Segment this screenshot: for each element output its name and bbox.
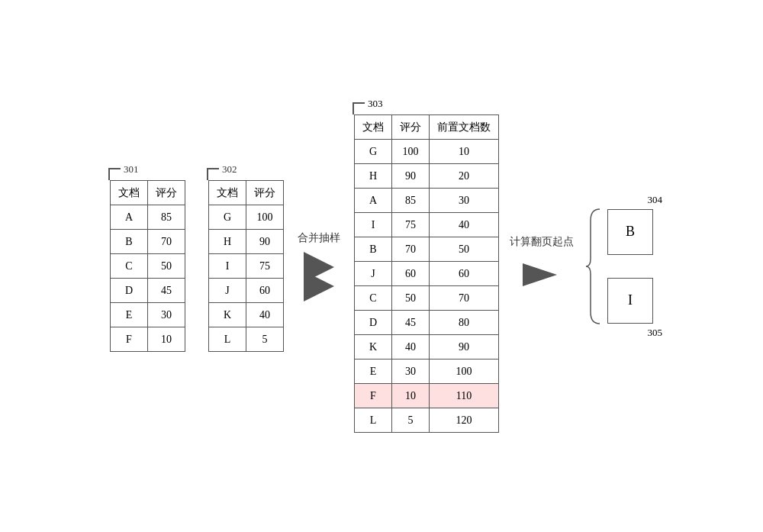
- table-row: A: [111, 205, 148, 230]
- merge-arrow-container: 合并抽样: [296, 231, 342, 301]
- table-row: D: [355, 311, 392, 335]
- table-row: 75: [246, 254, 284, 279]
- table-row: J: [209, 279, 246, 303]
- table-row: 30: [392, 360, 430, 384]
- bracket-303: [353, 102, 365, 114]
- table-row: 85: [148, 205, 185, 230]
- table-row: 60: [392, 262, 430, 286]
- table-row: L: [355, 408, 392, 433]
- tbody-302: G100H90I75J60K40L5: [209, 205, 284, 352]
- table-row: E: [355, 360, 392, 384]
- table-row: 20: [430, 164, 499, 189]
- table-row: 5: [392, 408, 430, 433]
- tbody-301: A85B70C50D45E30F10: [111, 205, 185, 352]
- table-row: D: [111, 279, 148, 303]
- table-row: 90: [392, 164, 430, 189]
- th-303-score: 评分: [392, 115, 430, 140]
- table-row: 60: [430, 262, 499, 286]
- table-row: F: [355, 384, 392, 408]
- label-305: 305: [648, 327, 663, 339]
- table-row: H: [355, 164, 392, 189]
- table-302-wrapper: 302 文档 评分 G100H90I75J60K40L5: [208, 180, 284, 352]
- table-row: L: [209, 327, 246, 352]
- table-row: 70: [148, 230, 185, 254]
- table-row: B: [355, 237, 392, 262]
- table-row: 30: [148, 303, 185, 327]
- table-row: 45: [148, 279, 185, 303]
- table-row: 80: [430, 311, 499, 335]
- table-row: C: [111, 254, 148, 279]
- table-row: 90: [430, 335, 499, 360]
- table-row: 50: [148, 254, 185, 279]
- table-row: 10: [392, 384, 430, 408]
- table-row: 70: [392, 237, 430, 262]
- table-301-wrapper: 301 文档 评分 A85B70C50D45E30F10: [110, 180, 185, 352]
- result-i-text: I: [628, 292, 633, 308]
- table-row: 40: [430, 213, 499, 237]
- table-row: 60: [246, 279, 284, 303]
- th-302-score: 评分: [246, 181, 284, 205]
- table-row: H: [209, 230, 246, 254]
- table-303: 文档 评分 前置文档数 G10010H9020A8530I7540B7050J6…: [354, 114, 499, 433]
- table-row: K: [209, 303, 246, 327]
- result-b-container: 304 B: [607, 209, 653, 255]
- table-row: 100: [246, 205, 284, 230]
- bracket-301: [108, 168, 121, 180]
- calc-arrow-container: 计算翻页起点: [510, 235, 574, 298]
- table-row: 40: [246, 303, 284, 327]
- table-row: E: [111, 303, 148, 327]
- calc-label: 计算翻页起点: [510, 235, 574, 249]
- calc-arrow-svg: [519, 252, 565, 298]
- bracket-302: [207, 168, 219, 180]
- table-row: 90: [246, 230, 284, 254]
- result-box-i: I: [607, 278, 653, 324]
- table-row: A: [355, 189, 392, 213]
- tables-section: 301 文档 评分 A85B70C50D45E30F10 302 文档: [110, 180, 284, 352]
- svg-marker-1: [304, 271, 334, 301]
- th-302-doc: 文档: [209, 181, 246, 205]
- table-row: F: [111, 327, 148, 352]
- table-row: B: [111, 230, 148, 254]
- table-row: 100: [392, 140, 430, 164]
- table-row: K: [355, 335, 392, 360]
- table-row: 85: [392, 189, 430, 213]
- table-row: 70: [430, 286, 499, 311]
- results-stack: 304 B I 305: [607, 209, 653, 324]
- table-row: 10: [148, 327, 185, 352]
- table-row: I: [355, 213, 392, 237]
- label-304: 304: [648, 194, 663, 206]
- table-row: G: [209, 205, 246, 230]
- table-row: J: [355, 262, 392, 286]
- result-box-b: B: [607, 209, 653, 255]
- th-301-doc: 文档: [111, 181, 148, 205]
- table-row: 50: [392, 286, 430, 311]
- main-container: 301 文档 评分 A85B70C50D45E30F10 302 文档: [0, 0, 763, 532]
- table-row: C: [355, 286, 392, 311]
- tbody-303: G10010H9020A8530I7540B7050J6060C5070D458…: [355, 140, 499, 433]
- table-row: 5: [246, 327, 284, 352]
- table-row: 50: [430, 237, 499, 262]
- th-303-doc: 文档: [355, 115, 392, 140]
- table-301: 文档 评分 A85B70C50D45E30F10: [110, 180, 185, 352]
- table-row: 75: [392, 213, 430, 237]
- label-302: 302: [222, 163, 237, 176]
- table-row: 10: [430, 140, 499, 164]
- table-row: 120: [430, 408, 499, 433]
- right-results-section: 304 B I 305: [584, 205, 653, 327]
- table-row: I: [209, 254, 246, 279]
- table-302: 文档 评分 G100H90I75J60K40L5: [208, 180, 284, 352]
- result-i-container: I 305: [607, 278, 653, 324]
- label-301: 301: [124, 163, 139, 176]
- merge-label: 合并抽样: [298, 231, 340, 245]
- result-b-text: B: [626, 224, 635, 240]
- svg-marker-2: [523, 263, 557, 286]
- brace-svg: [584, 205, 603, 327]
- merge-arrow-svg: [296, 248, 342, 301]
- th-301-score: 评分: [148, 181, 185, 205]
- table-row: 45: [392, 311, 430, 335]
- table-row: G: [355, 140, 392, 164]
- table-row: 40: [392, 335, 430, 360]
- table-row: 110: [430, 384, 499, 408]
- table-row: 100: [430, 360, 499, 384]
- table-row: 30: [430, 189, 499, 213]
